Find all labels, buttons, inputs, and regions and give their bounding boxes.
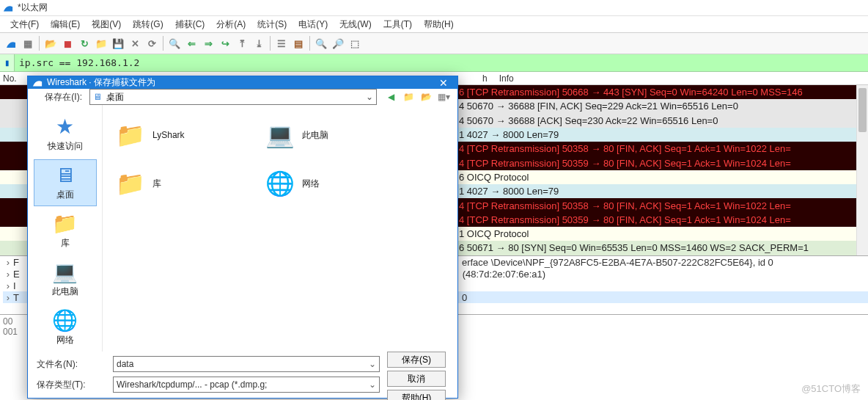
menu-file[interactable]: 文件(F) — [4, 17, 45, 32]
filename-label: 文件名(N): — [37, 358, 104, 371]
menu-tel[interactable]: 电话(Y) — [293, 17, 334, 32]
tb-close-icon[interactable]: ✕ — [127, 35, 143, 51]
app-icon — [3, 3, 13, 13]
desktop-icon: 🖥 — [55, 165, 76, 186]
dialog-title: Wireshark · 保存捕获文件为 — [47, 76, 155, 89]
tree-frame-tail: erface \Device\NPF_{972A8FC5-E2BA-4E7A-B… — [462, 257, 868, 268]
menu-go[interactable]: 跳转(G) — [127, 17, 169, 32]
tree-tcp-left: T — [13, 292, 19, 303]
type-combo[interactable]: Wireshark/tcpdump/... - pcap (*.dmp.g; ⌄ — [113, 377, 380, 393]
lyshark-icon: 📁 — [116, 121, 145, 149]
file-item-libs2[interactable]: 📁库 — [116, 167, 185, 200]
sidebar-item-label: 网络 — [56, 334, 74, 346]
tb-zoom-out-icon[interactable]: 🔎 — [330, 35, 346, 51]
thispc-icon: 💻 — [52, 262, 78, 283]
file-item-label: LyShark — [152, 130, 185, 140]
tb-reload-icon[interactable]: ⟳ — [144, 35, 160, 51]
tb-stop-icon[interactable]: ◼ — [59, 35, 76, 51]
tb-prev-icon[interactable]: ⇐ — [183, 35, 199, 51]
tb-separator — [270, 36, 271, 51]
display-filter-input[interactable] — [15, 54, 868, 71]
tb-separator — [39, 36, 40, 51]
sidebar-item-libs[interactable]: 📁库 — [34, 208, 97, 255]
nav-view-icon[interactable]: ▦▾ — [437, 90, 450, 103]
col-length[interactable]: h — [477, 73, 493, 84]
file-item-network2[interactable]: 🌐网络 — [265, 167, 328, 200]
sidebar-item-desktop[interactable]: 🖥桌面 — [34, 159, 97, 206]
tb-folder-icon[interactable]: 💾 — [110, 35, 126, 51]
network2-icon: 🌐 — [265, 170, 295, 197]
file-item-thispc2[interactable]: 💻此电脑 — [265, 118, 328, 152]
desktop-icon: 🖥 — [93, 92, 102, 102]
libs-icon: 📁 — [52, 214, 78, 234]
type-label: 保存类型(T): — [37, 379, 104, 391]
tb-autoscroll-icon[interactable]: ☰ — [273, 35, 290, 51]
chevron-down-icon: ⌄ — [369, 359, 376, 369]
menu-wireless[interactable]: 无线(W) — [334, 17, 377, 32]
sidebar-item-label: 库 — [61, 237, 70, 250]
tb-save-icon[interactable]: 📁 — [93, 35, 109, 51]
dialog-sidebar: ★快速访问🖥桌面📁库💻此电脑🌐网络 — [28, 105, 103, 352]
nav-back-icon[interactable]: ◀ — [384, 90, 397, 103]
dialog-nav-icons: ◀ 📁 📂 ▦▾ — [384, 90, 450, 103]
tb-colorize-icon[interactable]: ▤ — [290, 35, 306, 51]
tb-first-icon[interactable]: ⤒ — [234, 35, 250, 51]
tb-zoom-in-icon[interactable]: 🔍 — [313, 35, 329, 51]
dialog-close-icon[interactable]: ✕ — [434, 77, 453, 89]
help-button[interactable]: 帮助(H) — [387, 390, 446, 400]
tb-open-icon[interactable]: 📂 — [43, 35, 59, 51]
tree-ip-left: I — [13, 280, 16, 291]
save-in-combo[interactable]: 🖥 桌面 ⌄ — [89, 89, 377, 105]
nav-new-icon[interactable]: 📂 — [419, 90, 433, 103]
filename-input[interactable]: data ⌄ — [113, 356, 380, 372]
window-titlebar: *以太网 — [0, 0, 868, 16]
tree-eth-left: E — [13, 269, 20, 280]
tb-restart-icon[interactable]: ↻ — [76, 35, 92, 51]
dialog-app-icon — [32, 78, 43, 88]
menu-stats[interactable]: 统计(S) — [251, 17, 293, 32]
save-as-dialog: Wireshark · 保存捕获文件为 ✕ 保存在(I): 🖥 桌面 ⌄ ◀ 📁… — [27, 76, 458, 399]
tb-options-icon[interactable]: ▦ — [20, 35, 36, 51]
cancel-button[interactable]: 取消 — [387, 371, 446, 387]
tb-goto-icon[interactable]: ↪ — [217, 35, 233, 51]
sidebar-item-label: 此电脑 — [52, 286, 78, 298]
menu-bar: 文件(F) 编辑(E) 视图(V) 跳转(G) 捕获(C) 分析(A) 统计(S… — [0, 16, 868, 32]
tb-separator — [163, 36, 163, 51]
tb-zoom-fit-icon[interactable]: ⬚ — [347, 35, 363, 51]
tb-next-icon[interactable]: ⇒ — [200, 35, 216, 51]
menu-capture[interactable]: 捕获(C) — [169, 17, 211, 32]
network-icon: 🌐 — [52, 310, 78, 331]
scrollbar[interactable] — [856, 85, 868, 255]
col-no[interactable]: No. — [0, 73, 22, 84]
sidebar-item-network[interactable]: 🌐网络 — [34, 305, 97, 352]
dialog-lookin-row: 保存在(I): 🖥 桌面 ⌄ ◀ 📁 📂 ▦▾ — [28, 89, 457, 105]
quick-icon: ★ — [56, 117, 74, 137]
menu-view[interactable]: 视图(V) — [86, 17, 127, 32]
menu-help[interactable]: 帮助(H) — [418, 17, 460, 32]
thispc2-icon: 💻 — [265, 121, 295, 149]
menu-edit[interactable]: 编辑(E) — [45, 17, 86, 32]
display-filter-bar: ▮ — [0, 54, 868, 72]
dialog-file-area[interactable]: 📁LyShark📁库 💻此电脑🌐网络 — [103, 105, 457, 352]
tb-start-icon[interactable] — [3, 35, 19, 51]
watermark: @51CTO博客 — [801, 382, 861, 396]
save-button[interactable]: 保存(S) — [387, 352, 446, 368]
menu-tools[interactable]: 工具(T) — [378, 17, 418, 32]
col-info[interactable]: Info — [493, 73, 520, 84]
tree-tcp-tail: 0 — [462, 292, 868, 303]
file-item-label: 此电脑 — [302, 129, 328, 142]
menu-analyze[interactable]: 分析(A) — [210, 17, 251, 32]
tb-last-icon[interactable]: ⤓ — [251, 35, 267, 51]
chevron-down-icon: ⌄ — [366, 92, 373, 102]
file-item-lyshark[interactable]: 📁LyShark — [116, 118, 185, 152]
sidebar-item-quick[interactable]: ★快速访问 — [34, 111, 97, 158]
sidebar-item-label: 桌面 — [56, 189, 74, 201]
tb-find-icon[interactable]: 🔍 — [166, 35, 183, 51]
scrollbar-thumb[interactable] — [858, 88, 867, 132]
chevron-down-icon: ⌄ — [369, 379, 376, 390]
nav-up-icon[interactable]: 📁 — [402, 90, 415, 103]
filter-bookmark-icon[interactable]: ▮ — [0, 54, 15, 71]
sidebar-item-thispc[interactable]: 💻此电脑 — [34, 256, 97, 303]
sidebar-item-label: 快速访问 — [48, 140, 83, 153]
tb-separator — [309, 36, 310, 51]
